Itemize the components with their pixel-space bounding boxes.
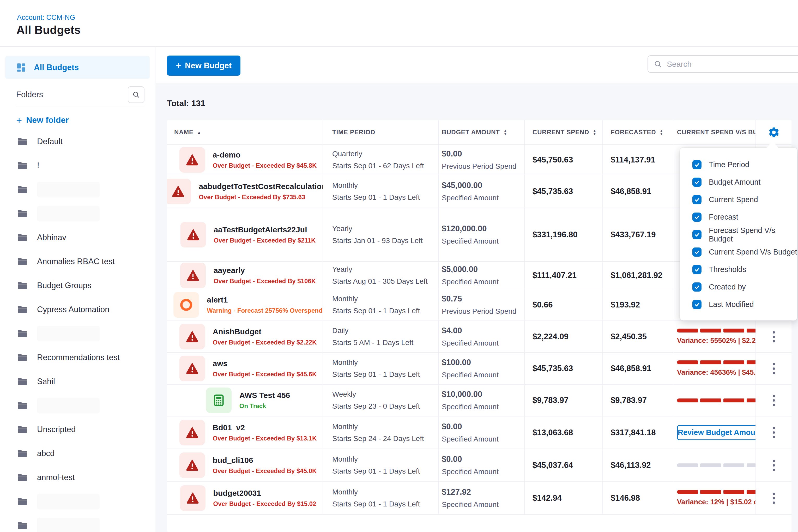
row-actions-kebab-menu[interactable] bbox=[770, 328, 778, 345]
folder-item-redacted[interactable] bbox=[0, 177, 155, 202]
sidebar-item-folder-anmol-test[interactable]: anmol-test bbox=[0, 466, 155, 490]
budget-name[interactable]: aaTestBudgetAlerts22Jul bbox=[214, 225, 316, 234]
budget-row-budget20031[interactable]: budget20031 Over Budget - Exceeded By $1… bbox=[167, 482, 792, 515]
budget-name[interactable]: budget20031 bbox=[213, 489, 316, 498]
checkbox-checked-icon[interactable] bbox=[692, 230, 702, 239]
budget-amount-basis: Specified Amount bbox=[442, 435, 524, 443]
budget-name[interactable]: aayearly bbox=[214, 266, 316, 275]
column-toggle-created-by[interactable]: Created by bbox=[692, 278, 797, 296]
column-header-budget-amount[interactable]: BUDGET AMOUNT▲▼ bbox=[438, 120, 524, 145]
budget-row-bud-cli106[interactable]: bud_cli106 Over Budget - Exceeded By $45… bbox=[167, 449, 792, 482]
column-toggle-last-modified[interactable]: Last Modified bbox=[692, 296, 797, 313]
checkbox-checked-icon[interactable] bbox=[692, 282, 702, 291]
column-toggle-forecast-spend-v-s-budget[interactable]: Forecast Spend V/s Budget bbox=[692, 226, 797, 243]
variance-label: Variance: 12% | $15.02 over bbox=[677, 498, 756, 506]
column-toggle-budget-amount[interactable]: Budget Amount bbox=[692, 173, 797, 191]
folder-icon bbox=[16, 328, 29, 339]
plus-icon: + bbox=[176, 60, 181, 71]
budget-row-aws-test-456[interactable]: AWS Test 456 On Track Weekly Starts Sep … bbox=[167, 385, 792, 416]
column-toggle-current-spend-v-s-budget[interactable]: Current Spend V/s Budget bbox=[692, 243, 797, 261]
redacted-folder-name bbox=[37, 398, 100, 413]
budget-amount-basis: Specified Amount bbox=[442, 468, 524, 476]
row-actions-kebab-menu[interactable] bbox=[770, 490, 778, 507]
checkbox-checked-icon[interactable] bbox=[692, 247, 702, 256]
new-budget-button[interactable]: + New Budget bbox=[167, 56, 241, 76]
budget-name[interactable]: bud_cli106 bbox=[213, 456, 317, 465]
column-header-label: BUDGET AMOUNT bbox=[442, 129, 500, 136]
folders-section-label: Folders bbox=[16, 90, 43, 99]
on-track-calculator-icon bbox=[206, 387, 232, 413]
column-toggle-thresholds[interactable]: Thresholds bbox=[692, 261, 797, 278]
time-period-type: Monthly bbox=[332, 358, 438, 367]
checkbox-checked-icon[interactable] bbox=[692, 177, 702, 187]
budget-amount-value: $4.00 bbox=[442, 326, 524, 335]
sidebar-item-folder-default[interactable]: Default bbox=[0, 130, 155, 154]
forecasted-value: $46,858.91 bbox=[611, 364, 673, 373]
sort-icon: ▲▼ bbox=[504, 129, 508, 135]
account-breadcrumb-link[interactable]: Account: CCM-NG bbox=[17, 14, 75, 22]
sidebar-item-folder--[interactable]: ! bbox=[0, 154, 155, 177]
new-folder-button[interactable]: + New folder bbox=[16, 115, 155, 125]
forecast-warning-icon bbox=[173, 292, 199, 318]
budget-name[interactable]: aabudgetToTestCostRecalculation2 bbox=[199, 182, 323, 191]
row-actions-kebab-menu[interactable] bbox=[770, 457, 778, 474]
checkbox-checked-icon[interactable] bbox=[692, 265, 702, 274]
checkbox-checked-icon[interactable] bbox=[692, 160, 702, 169]
over-budget-alert-icon bbox=[179, 453, 205, 478]
budget-status-label: Over Budget - Exceeded By $2.22K bbox=[213, 339, 317, 346]
column-header-name[interactable]: NAME▲ bbox=[167, 120, 323, 145]
sidebar-item-folder-abhinav[interactable]: Abhinav bbox=[0, 226, 155, 250]
budget-row-bd01-v2[interactable]: Bd01_v2 Over Budget - Exceeded By $13.1K… bbox=[167, 416, 792, 449]
row-actions-kebab-menu[interactable] bbox=[770, 392, 778, 408]
over-budget-alert-icon bbox=[179, 147, 205, 173]
column-header-forecasted[interactable]: FORECASTED▲▼ bbox=[603, 120, 673, 145]
column-toggle-time-period[interactable]: Time Period bbox=[692, 156, 797, 173]
budget-name[interactable]: AWS Test 456 bbox=[240, 391, 290, 400]
budget-row-anishbudget[interactable]: AnishBudget Over Budget - Exceeded By $2… bbox=[167, 321, 792, 353]
sidebar: All Budgets Folders + New folder Default… bbox=[0, 47, 155, 532]
column-toggle-label: Thresholds bbox=[709, 265, 746, 274]
sidebar-item-folder-unscripted[interactable]: Unscripted bbox=[0, 418, 155, 441]
search-input[interactable] bbox=[667, 60, 782, 69]
row-actions-kebab-menu[interactable] bbox=[770, 360, 778, 377]
sidebar-item-folder-anomalies-rbac-test[interactable]: Anomalies RBAC test bbox=[0, 250, 155, 273]
folder-item-redacted[interactable] bbox=[0, 394, 155, 418]
folder-search-button[interactable] bbox=[128, 86, 145, 103]
budget-name[interactable]: aws bbox=[213, 359, 317, 368]
column-header-label: NAME bbox=[174, 129, 193, 136]
budget-amount-value: $127.92 bbox=[442, 488, 524, 497]
column-toggle-forecast[interactable]: Forecast bbox=[692, 208, 797, 226]
sidebar-item-folder-recommendations-test[interactable]: Recommendations test bbox=[0, 345, 155, 369]
plus-icon: + bbox=[16, 116, 22, 124]
budget-status-label: Over Budget - Exceeded By $45.0K bbox=[213, 467, 317, 475]
time-period-type: Monthly bbox=[332, 181, 438, 190]
sidebar-item-folder-budget-groups[interactable]: Budget Groups bbox=[0, 273, 155, 298]
column-settings-gear-button[interactable] bbox=[768, 126, 780, 138]
budget-name[interactable]: alert1 bbox=[207, 296, 322, 304]
folder-item-redacted[interactable] bbox=[0, 202, 155, 226]
budget-name[interactable]: a-demo bbox=[213, 150, 317, 159]
column-header-current-spend[interactable]: CURRENT SPEND▲▼ bbox=[524, 120, 603, 145]
sidebar-item-folder-cypress-automation[interactable]: Cypress Automation bbox=[0, 298, 155, 322]
spend-vs-budget-bar bbox=[677, 463, 756, 467]
budget-name[interactable]: AnishBudget bbox=[213, 327, 317, 336]
checkbox-checked-icon[interactable] bbox=[692, 212, 702, 222]
column-header-time-period[interactable]: TIME PERIOD bbox=[323, 120, 438, 145]
sidebar-item-all-budgets[interactable]: All Budgets bbox=[5, 56, 150, 79]
review-budget-amount-button[interactable]: Review Budget Amount bbox=[677, 425, 756, 440]
folder-item-redacted[interactable] bbox=[0, 322, 155, 345]
column-header-current-spend-v-s-budget[interactable]: CURRENT SPEND V/S BUDGET bbox=[673, 120, 756, 145]
folder-icon bbox=[16, 232, 29, 243]
folder-item-redacted[interactable] bbox=[0, 513, 155, 532]
row-actions-kebab-menu[interactable] bbox=[770, 424, 778, 441]
sidebar-item-folder-abcd[interactable]: abcd bbox=[0, 441, 155, 466]
column-toggle-label: Forecast Spend V/s Budget bbox=[709, 226, 797, 243]
sidebar-item-folder-sahil[interactable]: Sahil bbox=[0, 369, 155, 394]
checkbox-checked-icon[interactable] bbox=[692, 300, 702, 309]
budget-name[interactable]: Bd01_v2 bbox=[213, 423, 317, 432]
folder-item-redacted[interactable] bbox=[0, 490, 155, 513]
checkbox-checked-icon[interactable] bbox=[692, 195, 702, 204]
folder-icon bbox=[16, 496, 29, 507]
column-toggle-current-spend[interactable]: Current Spend bbox=[692, 191, 797, 208]
budget-row-aws[interactable]: aws Over Budget - Exceeded By $45.6K Mon… bbox=[167, 353, 792, 385]
